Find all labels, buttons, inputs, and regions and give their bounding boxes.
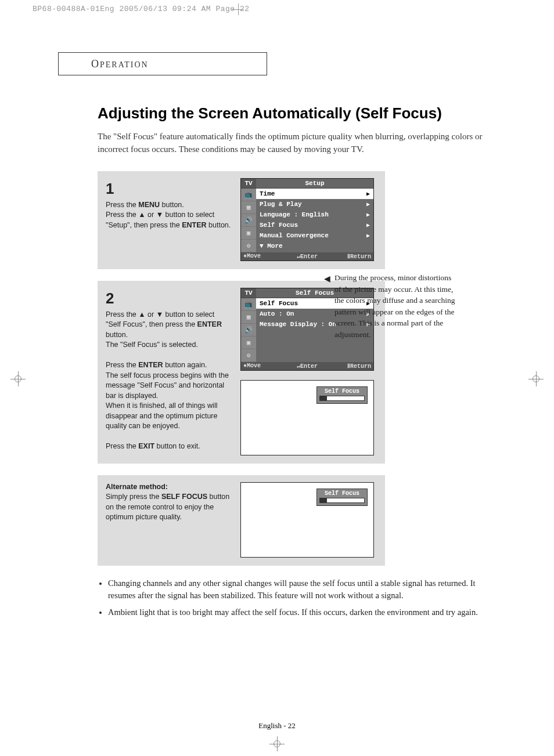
enter-bold-1: ENTER — [182, 221, 206, 229]
print-header: BP68-00488A-01Eng 2005/06/13 09:24 AM Pa… — [33, 5, 250, 13]
self-focus-progress-box: Self Focus — [316, 386, 368, 404]
osd-blank-2 — [256, 340, 373, 350]
s2-p3a: Press the — [106, 361, 138, 369]
s2-p1c: button. — [106, 331, 128, 339]
page-title: Adjusting the Screen Automatically (Self… — [98, 104, 499, 122]
tv-icon: 📺 — [241, 189, 256, 201]
sound-icon: 🔊 — [241, 214, 256, 227]
osd-title-setup: Setup — [256, 179, 373, 188]
progress-bar — [319, 396, 365, 401]
osd-setup-list: Time▶ Plug & Play▶ Language : English▶ S… — [256, 189, 373, 252]
osd-item-more: ▼ More — [256, 241, 373, 251]
crop-mark-icon — [232, 3, 244, 15]
tv-preview-2: Self Focus — [240, 482, 374, 558]
osd-item-language: Language : English▶ — [256, 209, 373, 220]
s2-p3c: button again. — [163, 361, 207, 369]
channel-icon-2: ▣ — [241, 337, 256, 349]
step1-l2b: button. — [207, 221, 231, 229]
sf-label-1: Self Focus — [319, 388, 365, 395]
setup-icon-2: ⚙ — [241, 349, 256, 362]
channel-icon: ▣ — [241, 227, 256, 240]
osd-footer-1: ♦Move ↵Enter ⅡReturn — [241, 252, 373, 261]
self-focus-progress-box-2: Self Focus — [316, 489, 368, 506]
note-1: Changing channels and any other signal c… — [108, 577, 499, 602]
triangle-left-icon: ◀ — [324, 273, 330, 285]
osd-item-manual: Manual Convergence▶ — [256, 230, 373, 241]
step1-l1b: button. — [160, 201, 184, 209]
s2-p6c: button to exit. — [154, 442, 200, 450]
section-header: OPERATION — [58, 52, 267, 75]
osd-setup: TV Setup 📺 ▦ 🔊 ▣ ⚙ Time▶ Plug & Play▶ La… — [240, 178, 374, 261]
step-2-number: 2 — [106, 288, 231, 309]
registration-mark-bottom — [269, 736, 285, 751]
s2-p6a: Press the — [106, 442, 138, 450]
tv-preview-1: Self Focus — [240, 380, 374, 455]
step-1-box: 1 Press the MENU button. Press the ▲ or … — [98, 171, 385, 269]
registration-mark-left — [10, 371, 26, 386]
progress-bar-2 — [319, 498, 365, 503]
menu-bold: MENU — [138, 201, 160, 209]
setup-icon: ⚙ — [241, 240, 256, 252]
note-2: Ambient light that is too bright may aff… — [108, 606, 499, 618]
alternate-text: Alternate method: Simply press the SELF … — [106, 482, 231, 523]
tv-icon-2: 📺 — [241, 298, 256, 311]
sound-icon-2: 🔊 — [241, 324, 256, 337]
grid-icon: ▦ — [241, 201, 256, 214]
osd-item-selffocus: Self Focus▶ — [256, 220, 373, 230]
registration-mark-right — [528, 371, 544, 386]
step-1-number: 1 — [106, 178, 231, 199]
osd-item-plug: Plug & Play▶ — [256, 199, 373, 209]
osd-tv-label-2: TV — [241, 288, 256, 298]
alt-t1: Simply press the — [106, 493, 161, 501]
alternate-box: Alternate method: Simply press the SELF … — [98, 475, 385, 566]
grid-icon-2: ▦ — [241, 311, 256, 324]
alt-heading: Alternate method: — [106, 483, 168, 491]
step-2-text: 2 Press the ▲ or ▼ button to select "Sel… — [106, 288, 231, 452]
side-note-text: During the process, minor distortions of… — [334, 273, 455, 339]
s2-p5: When it is finished, all of things will … — [106, 401, 217, 430]
intro-text: The "Self Focus" feature automatically f… — [98, 131, 499, 156]
sf-label-2: Self Focus — [319, 490, 365, 497]
osd-tv-label: TV — [241, 179, 256, 188]
enter-bold-2: ENTER — [197, 320, 222, 328]
s2-p2: The "Self Focus" is selected. — [106, 341, 198, 349]
step-1-text: 1 Press the MENU button. Press the ▲ or … — [106, 178, 231, 231]
section-label: OPERATION — [91, 58, 149, 70]
exit-bold: EXIT — [138, 442, 154, 450]
osd-item-time: Time▶ — [256, 189, 373, 199]
enter-bold-3: ENTER — [138, 361, 163, 369]
s2-p4: The self focus process begins with the m… — [106, 371, 229, 400]
selffocus-bold: SELF FOCUS — [161, 493, 207, 501]
osd-footer-2: ♦Move ↵Enter ⅡReturn — [241, 362, 373, 370]
step1-l1: Press the — [106, 201, 138, 209]
notes-list: Changing channels and any other signal c… — [98, 577, 499, 618]
side-note: ◀ During the process, minor distortions … — [334, 272, 456, 340]
page-footer: English - 22 — [0, 721, 554, 730]
